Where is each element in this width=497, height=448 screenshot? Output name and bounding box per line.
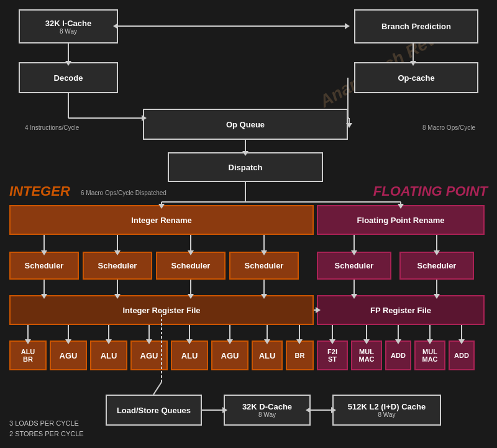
dcache-box: 32K D-Cache 8 Way xyxy=(224,395,311,426)
loads-label: 3 LOADS PER CYCLE xyxy=(9,418,84,429)
int-sched2-box: Scheduler xyxy=(83,252,152,280)
decode-box: Decode xyxy=(19,62,118,93)
agu2-label: AGU xyxy=(140,351,158,360)
dcache-label: 32K D-Cache xyxy=(242,402,292,411)
mul-mac2-box: MUL MAC xyxy=(414,341,445,370)
fp-sched1-label: Scheduler xyxy=(335,261,374,270)
stores-label: 2 STORES PER CYCLE xyxy=(9,429,84,439)
fp-label: FLOATING POINT xyxy=(373,183,488,199)
dcache-sub: 8 Way xyxy=(258,411,276,418)
int-rename-label: Integer Rename xyxy=(131,216,192,225)
alu-br1-label: ALU BR xyxy=(21,348,35,363)
add2-box: ADD xyxy=(449,341,475,370)
mul-mac2-label: MUL MAC xyxy=(422,348,437,363)
alu2-label: ALU xyxy=(101,351,117,360)
alu2-box: ALU xyxy=(90,341,127,370)
annotation3: 6 Macro Ops/Cycle Dispatched xyxy=(81,190,166,196)
fp-sched2-box: Scheduler xyxy=(399,252,474,280)
alu-br1-box: ALU BR xyxy=(9,341,47,370)
add2-label: ADD xyxy=(454,352,469,359)
int-sched4-label: Scheduler xyxy=(245,261,284,270)
op-queue-label: Op Queue xyxy=(226,120,265,129)
bottom-stats: 3 LOADS PER CYCLE 2 STORES PER CYCLE xyxy=(9,418,84,439)
op-queue-box: Op Queue xyxy=(143,109,348,140)
svg-line-74 xyxy=(153,382,162,395)
dispatch-box: Dispatch xyxy=(168,152,323,182)
fp-rename-box: Floating Point Rename xyxy=(317,205,485,235)
l2cache-sub: 8 Way xyxy=(378,411,396,418)
agu1-label: AGU xyxy=(60,351,78,360)
agu3-label: AGU xyxy=(221,351,239,360)
dispatch-label: Dispatch xyxy=(229,163,263,172)
agu1-box: AGU xyxy=(50,341,87,370)
fp-sched2-label: Scheduler xyxy=(417,261,457,270)
integer-label: INTEGER xyxy=(9,183,70,199)
alu3-box: ALU xyxy=(171,341,208,370)
op-cache-box: Op-cache xyxy=(354,62,478,93)
br2-label: BR xyxy=(295,352,305,359)
agu2-box: AGU xyxy=(130,341,168,370)
l2cache-label: 512K L2 (I+D) Cache xyxy=(348,402,426,411)
int-reg-label: Integer Register File xyxy=(123,306,201,315)
op-cache-label: Op-cache xyxy=(398,73,434,83)
branch-pred-box: Branch Prediction xyxy=(354,9,478,43)
f2i-st-box: F2I ST xyxy=(317,341,348,370)
mul-mac1-label: MUL MAC xyxy=(358,348,374,363)
fp-reg-box: FP Register File xyxy=(317,295,485,325)
int-sched3-box: Scheduler xyxy=(156,252,226,280)
annotation2: 8 Macro Ops/Cycle xyxy=(422,124,475,131)
icache-sub: 8 Way xyxy=(60,28,77,35)
int-sched1-box: Scheduler xyxy=(9,252,79,280)
int-rename-box: Integer Rename xyxy=(9,205,314,235)
agu3-box: AGU xyxy=(211,341,248,370)
l2cache-box: 512K L2 (I+D) Cache 8 Way xyxy=(332,395,441,426)
fp-reg-label: FP Register File xyxy=(370,306,431,315)
fp-sched1-box: Scheduler xyxy=(317,252,391,280)
int-sched2-label: Scheduler xyxy=(98,261,137,270)
int-sched1-label: Scheduler xyxy=(25,261,64,270)
load-store-label: Load/Store Queues xyxy=(117,406,191,415)
svg-marker-5 xyxy=(345,23,350,29)
load-store-box: Load/Store Queues xyxy=(106,395,202,426)
alu4-label: ALU xyxy=(259,351,276,360)
icache-box: 32K I-Cache 8 Way xyxy=(19,9,118,43)
add1-box: ADD xyxy=(385,341,411,370)
branch-pred-label: Branch Prediction xyxy=(381,22,451,31)
int-sched4-box: Scheduler xyxy=(229,252,299,280)
annotation1: 4 Instructions/Cycle xyxy=(25,124,79,131)
f2i-st-label: F2I ST xyxy=(327,348,337,363)
decode-label: Decode xyxy=(54,73,83,83)
alu3-label: ALU xyxy=(181,351,198,360)
int-sched3-label: Scheduler xyxy=(171,261,211,270)
br2-box: BR xyxy=(286,341,314,370)
fp-rename-label: Floating Point Rename xyxy=(357,216,445,225)
mul-mac1-box: MUL MAC xyxy=(351,341,382,370)
icache-label: 32K I-Cache xyxy=(45,19,91,28)
int-reg-box: Integer Register File xyxy=(9,295,314,325)
alu4-box: ALU xyxy=(252,341,283,370)
add1-label: ADD xyxy=(391,352,406,359)
cpu-diagram: AnandTech Reviews 32K I-Cache 8 Way Bran… xyxy=(0,0,497,448)
